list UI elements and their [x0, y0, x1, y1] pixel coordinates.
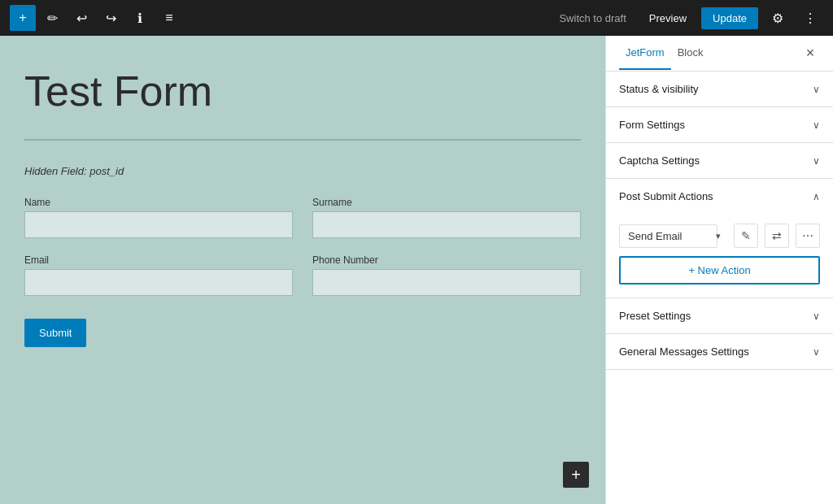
sidebar-tabs: JetForm Block	[619, 37, 709, 70]
accordion-header-preset[interactable]: Preset Settings ∨	[606, 298, 833, 333]
update-button[interactable]: Update	[701, 7, 758, 29]
phone-input[interactable]	[312, 269, 581, 296]
chevron-down-icon-4: ∨	[813, 311, 820, 322]
chevron-down-icon-2: ∨	[813, 119, 820, 131]
accordion-header-form-settings[interactable]: Form Settings ∨	[606, 107, 833, 142]
form-group-phone: Phone Number	[312, 254, 581, 296]
surname-input[interactable]	[312, 211, 581, 238]
section-general-messages: General Messages Settings ∨	[606, 334, 833, 370]
shuffle-icon: ⇄	[772, 229, 782, 242]
tab-jetform[interactable]: JetForm	[619, 37, 671, 70]
chevron-up-icon: ∧	[813, 191, 820, 202]
main-area: Test Form Hidden Field: post_id Name Sur…	[0, 36, 833, 504]
new-action-button[interactable]: + New Action	[619, 256, 820, 285]
phone-label: Phone Number	[312, 254, 581, 266]
info-button[interactable]: ℹ	[127, 5, 153, 31]
form-group-email: Email	[24, 254, 293, 296]
edit-mode-button[interactable]: ✏	[39, 5, 65, 31]
canvas-add-block-button[interactable]: +	[563, 462, 589, 488]
section-form-settings-label: Form Settings	[619, 119, 685, 131]
shuffle-action-button[interactable]: ⇄	[765, 224, 789, 248]
more-options-button[interactable]: ⋮	[797, 5, 823, 31]
sidebar-close-button[interactable]: ×	[800, 44, 820, 63]
more-action-button[interactable]: ⋯	[796, 224, 820, 248]
more-icon: ⋮	[804, 11, 817, 26]
section-form-settings: Form Settings ∨	[606, 107, 833, 143]
switch-to-draft-button[interactable]: Switch to draft	[551, 7, 634, 29]
hidden-field-label: Hidden Field: post_id	[24, 165, 581, 177]
undo-icon: ↩	[76, 11, 87, 26]
name-label: Name	[24, 197, 293, 208]
sidebar-header: JetForm Block ×	[606, 36, 833, 72]
post-submit-content: Send Email Redirect to Page Custom Funct…	[606, 214, 833, 298]
section-captcha: Captcha Settings ∨	[606, 143, 833, 179]
preview-button[interactable]: Preview	[641, 7, 695, 29]
form-title: Test Form	[24, 68, 581, 115]
editor-canvas: Test Form Hidden Field: post_id Name Sur…	[0, 36, 605, 504]
accordion-header-general-messages[interactable]: General Messages Settings ∨	[606, 334, 833, 369]
form-row-2: Email Phone Number	[24, 254, 581, 296]
send-email-select[interactable]: Send Email Redirect to Page Custom Funct…	[619, 224, 717, 248]
section-captcha-label: Captcha Settings	[619, 154, 700, 167]
toolbar-right: Switch to draft Preview Update ⚙ ⋮	[551, 5, 823, 31]
section-general-messages-label: General Messages Settings	[619, 345, 749, 358]
close-icon: ×	[806, 45, 815, 62]
toolbar-left: + ✏ ↩ ↪ ℹ ≡	[10, 5, 182, 31]
section-status-label: Status & visibility	[619, 83, 699, 95]
submit-button[interactable]: Submit	[24, 319, 86, 347]
surname-label: Surname	[312, 197, 581, 208]
action-select-wrapper: Send Email Redirect to Page Custom Funct…	[619, 224, 727, 248]
section-post-submit: Post Submit Actions ∧ Send Email Redirec…	[606, 179, 833, 298]
form-divider	[24, 139, 581, 141]
accordion-header-status[interactable]: Status & visibility ∨	[606, 72, 833, 106]
section-preset: Preset Settings ∨	[606, 298, 833, 334]
toolbar: + ✏ ↩ ↪ ℹ ≡ Switch to draft Preview Upda…	[0, 0, 833, 36]
email-input[interactable]	[24, 269, 293, 296]
canvas-add-icon: +	[571, 466, 581, 484]
form-group-surname: Surname	[312, 197, 581, 238]
edit-action-button[interactable]: ✎	[734, 224, 758, 248]
section-preset-label: Preset Settings	[619, 310, 691, 322]
action-row: Send Email Redirect to Page Custom Funct…	[619, 224, 820, 248]
undo-button[interactable]: ↩	[68, 5, 94, 31]
add-icon: +	[19, 11, 26, 25]
redo-button[interactable]: ↪	[98, 5, 124, 31]
email-label: Email	[24, 254, 293, 266]
name-input[interactable]	[24, 211, 293, 238]
settings-button[interactable]: ⚙	[765, 5, 791, 31]
chevron-down-icon-3: ∨	[813, 155, 820, 167]
accordion-header-post-submit[interactable]: Post Submit Actions ∧	[606, 179, 833, 214]
add-block-button[interactable]: +	[10, 5, 36, 31]
form-group-name: Name	[24, 197, 293, 238]
pencil-icon: ✏	[47, 11, 58, 26]
accordion-header-captcha[interactable]: Captcha Settings ∨	[606, 143, 833, 178]
list-view-button[interactable]: ≡	[156, 5, 182, 31]
edit-icon: ✎	[741, 229, 751, 242]
tab-block[interactable]: Block	[671, 37, 710, 70]
chevron-down-icon-5: ∨	[813, 346, 820, 358]
gear-icon: ⚙	[772, 11, 783, 26]
section-status-visibility: Status & visibility ∨	[606, 72, 833, 107]
more-dots-icon: ⋯	[802, 229, 813, 242]
redo-icon: ↪	[106, 11, 116, 26]
form-row-1: Name Surname	[24, 197, 581, 238]
list-icon: ≡	[165, 11, 172, 25]
section-post-submit-label: Post Submit Actions	[619, 190, 713, 202]
right-sidebar: JetForm Block × Status & visibility ∨ Fo…	[605, 36, 833, 504]
info-icon: ℹ	[137, 11, 142, 26]
chevron-down-icon: ∨	[813, 84, 820, 95]
